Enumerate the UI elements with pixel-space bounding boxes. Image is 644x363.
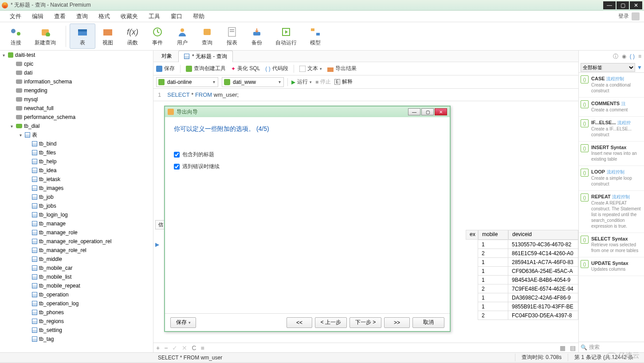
tree-table[interactable]: tb_mobile_repeat bbox=[0, 281, 153, 290]
btn-run[interactable]: ▶运行▾ bbox=[291, 78, 312, 86]
tree-table[interactable]: tb_operation bbox=[0, 290, 153, 299]
tree-table[interactable]: tb_job bbox=[0, 193, 153, 201]
tree-db[interactable]: mysql bbox=[0, 95, 153, 104]
snippet-item[interactable]: ()IF...ELSE... 流程控Create a IF...ELSE... … bbox=[579, 117, 644, 142]
tree-tables-folder[interactable]: ▾表 bbox=[0, 130, 153, 139]
tree-db[interactable]: performance_schema bbox=[0, 113, 153, 122]
tree-db[interactable]: dati bbox=[0, 68, 153, 77]
tab-query[interactable]: * 无标题 - 查询 bbox=[178, 51, 233, 62]
tree-db[interactable]: cpic bbox=[0, 59, 153, 68]
dialog-prev-button[interactable]: < 上一步 bbox=[315, 317, 347, 328]
snippet-item[interactable]: ()CASE 流程控制Create a conditional construc… bbox=[579, 73, 644, 98]
chk-include-headers-box[interactable] bbox=[174, 152, 180, 158]
dialog-first-button[interactable]: << bbox=[287, 317, 312, 328]
tree-db[interactable]: information_schema bbox=[0, 77, 153, 86]
chk-include-headers[interactable]: 包含列的标题 bbox=[174, 151, 441, 158]
tb-function[interactable]: f(x)函数 bbox=[120, 24, 145, 48]
dialog-cancel-button[interactable]: 取消 bbox=[412, 317, 444, 328]
tb-model[interactable]: 模型 bbox=[303, 24, 328, 48]
qbtn-save[interactable]: 保存 bbox=[156, 65, 175, 72]
tree-table[interactable]: tb_bind bbox=[0, 139, 153, 148]
info-icon[interactable]: ⓘ bbox=[613, 53, 618, 60]
menu-tools[interactable]: 工具 bbox=[143, 12, 165, 20]
tb-connect[interactable]: 连接 bbox=[4, 24, 28, 48]
snippet-item[interactable]: ()LOOP 流程控制Create a simple loop construc… bbox=[579, 166, 644, 191]
snippet-item[interactable]: ()UPDATE Syntax Updates columns bbox=[579, 257, 644, 276]
table-row[interactable]: 19855B91E-8170-43FF-BE bbox=[478, 302, 578, 311]
chk-continue-on-error[interactable]: 遇到错误时继续 bbox=[174, 163, 441, 170]
snippet-item[interactable]: ()REPEAT 流程控制Create A REPEAT construct. … bbox=[579, 191, 644, 233]
table-row[interactable]: 19B4543AE-B4B6-4054-9 bbox=[478, 276, 578, 284]
tab-objects[interactable]: 对象 bbox=[156, 51, 177, 62]
tb-newquery[interactable]: 新建查询 bbox=[28, 24, 62, 48]
table-row[interactable]: 1CF9D636A-254E-45AC-A bbox=[478, 267, 578, 276]
table-row[interactable]: 2861E1C59-4C14-4260-A0 bbox=[478, 249, 578, 258]
qbtn-export[interactable]: 导出结果 bbox=[327, 65, 357, 72]
tree-table[interactable]: tb_middle bbox=[0, 255, 153, 264]
menu-query[interactable]: 查询 bbox=[71, 12, 93, 20]
tree-table[interactable]: tb_manage_role bbox=[0, 228, 153, 237]
dialog-close-button[interactable]: ✕ bbox=[435, 108, 447, 115]
btn-explain[interactable]: E解释 bbox=[334, 78, 353, 86]
menu-format[interactable]: 格式 bbox=[93, 12, 115, 20]
tb-event[interactable]: 事件 bbox=[145, 24, 170, 48]
tb-backup[interactable]: 备份 bbox=[244, 24, 269, 48]
tb-user[interactable]: 用户 bbox=[170, 24, 195, 48]
dialog-save-button[interactable]: 保存 bbox=[170, 317, 196, 328]
tree-table[interactable]: tb_tag bbox=[0, 335, 153, 343]
avatar-icon[interactable] bbox=[632, 12, 640, 20]
table-row[interactable]: 151305570-4C36-4670-82 bbox=[478, 240, 578, 249]
menu-window[interactable]: 窗口 bbox=[165, 12, 188, 20]
qbtn-beautify[interactable]: ✦美化 SQL bbox=[231, 65, 260, 72]
window-maximize-button[interactable]: ▢ bbox=[617, 1, 629, 9]
sql-editor[interactable]: 1SELECT * FROM wm_user; bbox=[153, 89, 578, 101]
qbtn-builder[interactable]: 查询创建工具 bbox=[186, 65, 226, 72]
add-row-icon[interactable]: + bbox=[156, 344, 160, 351]
refresh-icon[interactable]: C bbox=[192, 344, 196, 351]
tree-table[interactable]: tb_images bbox=[0, 184, 153, 193]
tree-table[interactable]: tb_mobile_car bbox=[0, 264, 153, 272]
tree-table[interactable]: tb_idea bbox=[0, 166, 153, 175]
menu-edit[interactable]: 编辑 bbox=[27, 12, 49, 20]
table-row[interactable]: 1DA3698C2-42A6-4F86-9 bbox=[478, 293, 578, 302]
dialog-last-button[interactable]: >> bbox=[384, 317, 410, 328]
menu-help[interactable]: 帮助 bbox=[188, 12, 210, 20]
tree-table[interactable]: tb_operation_log bbox=[0, 299, 153, 308]
tree-table[interactable]: tb_files bbox=[0, 148, 153, 157]
tree-table[interactable]: tb_ietask bbox=[0, 175, 153, 184]
tree-table[interactable]: tb_manage bbox=[0, 219, 153, 228]
col-ex[interactable]: ex bbox=[466, 230, 478, 240]
tree-table[interactable]: tb_login_log bbox=[0, 210, 153, 219]
snippet-item[interactable]: ()INSERT Syntax Insert new rows into an … bbox=[579, 142, 644, 166]
grid-view-icon[interactable]: ▦ bbox=[560, 344, 565, 351]
tree-table[interactable]: tb_help bbox=[0, 157, 153, 166]
window-close-button[interactable]: ✕ bbox=[630, 1, 642, 9]
tb-autorun[interactable]: 自动运行 bbox=[269, 24, 303, 48]
tree-db[interactable]: mengding bbox=[0, 86, 153, 95]
chk-continue-on-error-box[interactable] bbox=[174, 164, 180, 170]
delete-row-icon[interactable]: − bbox=[164, 344, 168, 351]
tb-table[interactable]: 表 bbox=[70, 24, 95, 49]
tree-table[interactable]: tb_setting bbox=[0, 326, 153, 335]
tree-table[interactable]: tb_regions bbox=[0, 317, 153, 326]
qbtn-snippet[interactable]: ( )代码段 bbox=[265, 65, 288, 72]
eye-icon[interactable]: ◉ bbox=[622, 53, 626, 59]
table-row[interactable]: 2FC04FD30-D5EA-4397-8 bbox=[478, 311, 578, 320]
tree-connection[interactable]: ▾daiti-test bbox=[0, 51, 153, 59]
connection-tree[interactable]: ▾daiti-test cpicdatiinformation_schemame… bbox=[0, 51, 153, 352]
dialog-maximize-button[interactable]: ▢ bbox=[421, 108, 434, 115]
col-mobile[interactable]: mobile bbox=[478, 230, 508, 240]
tree-db-open[interactable]: ▾tb_dial bbox=[0, 122, 153, 130]
tb-query[interactable]: 查询 bbox=[195, 24, 220, 48]
menu-favorites[interactable]: 收藏夹 bbox=[115, 12, 143, 20]
filter-icon[interactable]: ▼ bbox=[637, 64, 642, 71]
table-row[interactable]: 27C9FE48E-6574-462E-94 bbox=[478, 284, 578, 293]
snippet-filter[interactable]: 全部标签 bbox=[581, 63, 635, 72]
tree-table[interactable]: tb_phones bbox=[0, 308, 153, 317]
tb-view[interactable]: 视图 bbox=[95, 24, 120, 48]
tree-db[interactable]: newchat_full bbox=[0, 104, 153, 113]
form-view-icon[interactable]: ▤ bbox=[570, 344, 576, 351]
tree-table[interactable]: tb_manage_role_rel bbox=[0, 246, 153, 255]
menu-view[interactable]: 查看 bbox=[49, 12, 71, 20]
tree-table[interactable]: tb_mobile_list bbox=[0, 272, 153, 281]
